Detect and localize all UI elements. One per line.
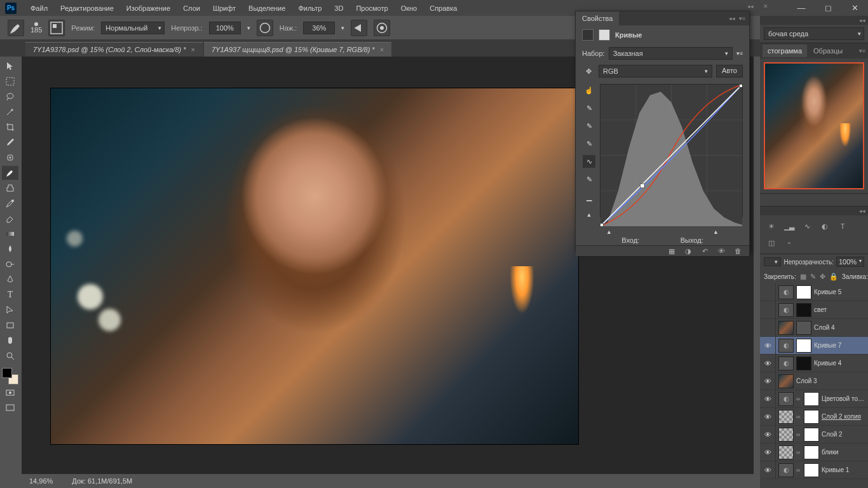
path-selection-tool[interactable] <box>2 303 18 317</box>
lasso-tool[interactable] <box>2 90 18 104</box>
navigator-preview[interactable] <box>764 62 864 189</box>
layer-mask-thumbnail[interactable] <box>796 321 811 335</box>
layer-name[interactable]: Слой 2 копия <box>822 413 865 420</box>
panel-collapse-icon[interactable]: ◂◂ <box>729 15 735 22</box>
layer-mask-thumbnail[interactable] <box>796 303 811 317</box>
collapse-icon[interactable]: ◂◂ <box>859 17 865 24</box>
layer-name[interactable]: Слой 3 <box>796 377 865 384</box>
collapse-icon[interactable]: ◂◂ <box>859 208 865 214</box>
layer-name[interactable]: Слой 4 <box>814 324 865 331</box>
panel-close-icon[interactable]: ✕ <box>760 1 771 11</box>
layer-name[interactable]: Цветовой тон/Насыщенность 1 ко... <box>822 395 865 402</box>
layer-thumbnail[interactable] <box>778 428 794 442</box>
levels-icon[interactable]: ▁▃ <box>783 220 796 232</box>
brush-preset-picker[interactable]: 185 <box>31 22 42 34</box>
chevron-down-icon[interactable]: ▾ <box>247 25 250 31</box>
blend-mode-select[interactable]: ▾ <box>764 257 781 266</box>
curves-graph[interactable] <box>600 84 743 217</box>
layer-name[interactable]: Слой 2 <box>822 431 865 438</box>
lock-pixels-icon[interactable]: ✎ <box>810 272 816 281</box>
history-brush-tool[interactable] <box>2 196 18 210</box>
menu-слои[interactable]: Слои <box>177 2 207 15</box>
layer-mask-thumbnail[interactable] <box>796 339 811 353</box>
quick-mask-icon[interactable] <box>2 386 18 400</box>
dodge-tool[interactable] <box>2 257 18 271</box>
lock-transparency-icon[interactable]: ▦ <box>800 272 806 281</box>
histogram-options-icon[interactable]: ▲ <box>583 208 595 221</box>
layer-name[interactable]: Кривые 1 <box>822 466 865 473</box>
menu-окно[interactable]: Окно <box>395 2 424 15</box>
visibility-toggle-icon[interactable]: 👁 <box>763 360 773 367</box>
menu-справка[interactable]: Справка <box>423 2 463 15</box>
layer-thumbnail[interactable] <box>778 445 794 459</box>
pressure-opacity-icon[interactable] <box>257 20 273 36</box>
layer-mask-thumbnail[interactable] <box>804 428 819 442</box>
clip-to-layer-icon[interactable]: ▦ <box>667 246 677 256</box>
menu-просмотр[interactable]: Просмотр <box>349 2 394 15</box>
tab-close-icon[interactable]: × <box>380 46 384 53</box>
layer-row[interactable]: ◐свет <box>760 301 868 319</box>
blur-tool[interactable] <box>2 242 18 256</box>
visibility-toggle-icon[interactable]: 👁 <box>763 377 773 385</box>
zoom-level[interactable]: 14,96% <box>29 477 53 485</box>
clone-stamp-tool[interactable] <box>2 181 18 195</box>
magic-wand-tool[interactable] <box>2 105 18 119</box>
panel-collapse-icon[interactable]: ◂◂ <box>745 1 756 11</box>
layer-opacity-input[interactable]: 100%▾ <box>836 257 864 267</box>
airbrush-icon[interactable] <box>351 20 367 36</box>
type-icon[interactable]: T <box>836 220 849 232</box>
delete-adjustment-icon[interactable]: 🗑 <box>733 246 743 256</box>
layer-mask-thumbnail[interactable] <box>796 356 811 370</box>
tab-close-icon[interactable]: × <box>191 46 195 53</box>
minimize-button[interactable]: — <box>792 1 811 14</box>
reset-icon[interactable]: ↶ <box>700 246 710 256</box>
panel-menu-icon[interactable]: ▾≡ <box>859 48 868 54</box>
visibility-toggle-icon[interactable]: 👁 <box>716 246 726 256</box>
foreground-color[interactable] <box>2 368 12 378</box>
move-tool[interactable] <box>2 59 18 73</box>
color-swatches[interactable] <box>2 368 18 384</box>
properties-tab[interactable]: Свойства <box>576 11 619 25</box>
visibility-toggle-icon[interactable]: 👁 <box>763 413 773 421</box>
document-tab[interactable]: 7Y1A937 щщщщ8.psd @ 15% (Кривые 7, RGB/8… <box>204 42 391 57</box>
maximize-button[interactable]: ◻ <box>818 1 837 14</box>
layer-row[interactable]: 👁◐Кривые 7 <box>760 337 868 355</box>
pen-tool[interactable] <box>2 273 18 287</box>
layer-name[interactable]: Кривые 4 <box>814 360 865 367</box>
healing-brush-tool[interactable] <box>2 151 18 165</box>
sample-black-icon[interactable]: ✎ <box>583 102 595 114</box>
layer-mask-thumbnail[interactable] <box>804 463 819 477</box>
menu-выделение[interactable]: Выделение <box>242 2 292 15</box>
sample-white-icon[interactable]: ✎ <box>583 137 595 150</box>
screen-mode-icon[interactable] <box>2 401 18 415</box>
auto-adjust-icon[interactable]: ✥ <box>582 65 595 78</box>
channel-select[interactable]: RGB▾ <box>599 65 712 78</box>
opacity-input[interactable]: 100% <box>209 22 241 34</box>
hand-tool[interactable] <box>2 334 18 348</box>
more-icon[interactable]: ▫ <box>783 237 796 248</box>
panel-menu-icon[interactable]: ▾≡ <box>739 15 745 22</box>
smooth-icon[interactable]: ▁ <box>583 191 595 203</box>
lock-position-icon[interactable]: ✥ <box>820 272 825 281</box>
layer-row[interactable]: 👁Слой 3 <box>760 372 868 390</box>
curves-icon[interactable]: ∿ <box>801 220 813 232</box>
white-point-slider[interactable]: ▲ <box>713 229 719 235</box>
layer-mask-thumbnail[interactable] <box>804 410 819 424</box>
blend-mode-select[interactable]: Нормальный <box>101 22 165 34</box>
layer-row[interactable]: 👁◐∞Кривые 1 <box>760 461 868 479</box>
flow-input[interactable]: 36% <box>303 22 335 34</box>
layer-thumbnail[interactable] <box>778 410 794 424</box>
layer-mask-thumbnail[interactable] <box>804 445 819 459</box>
visibility-toggle-icon[interactable]: 👁 <box>763 449 773 456</box>
visibility-toggle-icon[interactable]: 👁 <box>763 431 773 438</box>
layer-thumbnail[interactable]: ◐ <box>778 285 794 299</box>
layer-thumbnail[interactable] <box>778 374 794 388</box>
menu-изображение[interactable]: Изображение <box>120 2 177 15</box>
preset-select[interactable]: Заказная▾ <box>609 47 733 60</box>
layer-row[interactable]: 👁∞блики <box>760 444 868 461</box>
target-adjust-icon[interactable]: ☝ <box>583 84 595 97</box>
previous-state-icon[interactable]: ◑ <box>683 246 693 256</box>
edit-points-icon[interactable]: ∿ <box>583 155 595 168</box>
layer-name[interactable]: свет <box>814 306 865 313</box>
layer-name[interactable]: блики <box>822 449 865 456</box>
